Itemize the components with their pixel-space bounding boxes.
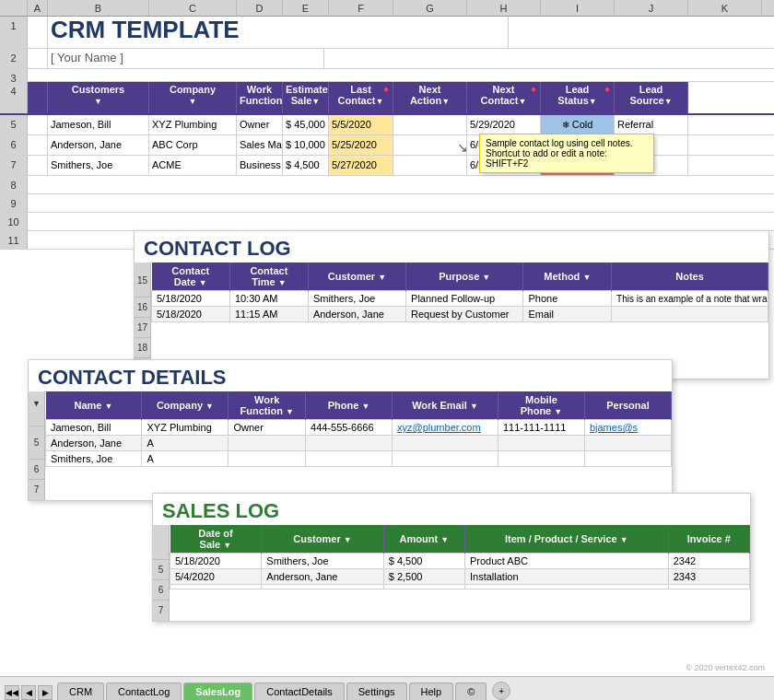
col-header-i: I [541,0,615,16]
cl-method-2: Email [523,307,612,322]
sl-row-1: 5/18/2020 Smithers, Joe $ 4,500 Product … [170,554,750,569]
crm-hdr-last-contact[interactable]: LastContact▼ ● [329,82,393,113]
cd-hdr-mobile: MobilePhone ▼ [498,391,584,420]
cell-customer-2: Anderson, Jane [48,135,149,155]
sales-log-table: Date ofSale ▼ Customer ▼ Amount ▼ Item /… [170,525,750,589]
tab-contactdetails[interactable]: ContactDetails [254,682,345,700]
cd-hdr-function: WorkFunction ▼ [229,391,306,420]
sl-item-1: Product ABC [464,554,668,569]
cell-last-contact-1: 5/5/2020 [329,115,393,134]
row-num-11: 11 [0,231,28,249]
crm-subtitle: [ Your Name ] [51,51,123,64]
crm-hdr-company[interactable]: Company▼ [149,82,237,113]
scroll-next[interactable]: ▶ [38,685,53,700]
cell-a5 [28,115,48,134]
tab-help[interactable]: Help [409,682,454,700]
cd-phone-1: 444-555-6666 [306,420,393,436]
cd-phone-3 [306,451,393,467]
cd-phone-2 [306,436,393,451]
cl-row-1: 5/18/2020 10:30 AM Smithers, Joe Planned… [152,291,768,307]
cd-row-1: Jameson, Bill XYZ Plumbing Owner 444-555… [46,420,672,436]
cl-hdr-date: ContactDate ▼ [152,262,230,291]
crm-hdr-lead-status[interactable]: LeadStatus▼ ● [541,82,615,113]
cl-hdr-notes: Notes [612,262,768,291]
crm-hdr-next-action[interactable]: NextAction▼ [393,82,467,113]
sl-row-3 [170,585,750,589]
cl-customer-2: Anderson, Jane [308,307,405,322]
sl-hdr-date: Date ofSale ▼ [170,525,262,554]
cd-personal-2 [584,436,671,451]
cl-time-2: 11:15 AM [229,307,308,322]
note-box: Sample contact log using cell notes. Sho… [479,134,654,173]
crm-hdr-sale[interactable]: EstimatedSale▼ [283,82,329,113]
cell-sale-2: $ 10,000 [283,135,329,155]
cell-customer-1: Jameson, Bill [48,115,149,134]
col-header-h: H [467,0,541,16]
cl-method-1: Phone [523,291,612,307]
cd-email-1[interactable]: xyz@plumber.com [393,420,498,436]
cd-personal-3 [584,451,671,467]
sl-customer-2: Anderson, Jane [262,569,383,585]
scroll-prev[interactable]: ◀ [21,685,36,700]
cd-mobile-1: 111-111-1111 [498,420,584,436]
cl-purpose-2: Request by Customer [406,307,523,322]
row-num-5: 5 [0,115,28,134]
row-num-2: 2 [0,49,28,68]
tab-bar: ◀◀ ◀ ▶ CRM ContactLog SalesLog ContactDe… [0,676,774,700]
cell-function-2: Sales Manager [237,135,283,155]
cl-notes-2 [612,307,768,322]
scroll-first[interactable]: ◀◀ [5,685,19,700]
contact-log-table: ContactDate ▼ ContactTime ▼ Customer ▼ P… [151,262,768,322]
sl-hdr-item: Item / Product / Service ▼ [464,525,668,554]
crm-hdr-lead-source[interactable]: LeadSource▼ [615,82,688,113]
cl-hdr-customer: Customer ▼ [308,262,405,291]
cd-hdr-email: Work Email ▼ [393,391,498,420]
cd-email-2 [393,436,498,451]
col-header-k: K [688,0,762,16]
row-num-9: 9 [0,194,28,212]
cell-a1 [28,17,48,48]
col-header-c: C [149,0,237,16]
crm-hdr-work[interactable]: WorkFunction▼ [237,82,283,113]
row-num-3: 3 [0,69,28,81]
sl-date-1: 5/18/2020 [170,554,262,569]
sl-customer-1: Smithers, Joe [262,554,383,569]
cell-function-3: Business Dev. [237,156,283,175]
contact-log-title: CONTACT LOG [135,231,768,262]
cell-a7 [28,156,48,175]
sl-row-2: 5/4/2020 Anderson, Jane $ 2,500 Installa… [170,569,750,585]
cd-mobile-3 [498,451,584,467]
cd-name-3: Smithers, Joe [46,451,142,467]
cell-customer-3: Smithers, Joe [48,156,149,175]
cl-date-1: 5/18/2020 [152,291,230,307]
sl-hdr-invoice: Invoice # [668,525,749,554]
tab-crm[interactable]: CRM [57,682,104,700]
cell-a2 [28,49,48,68]
col-a-empty [28,82,48,113]
col-header-a: A [28,0,48,16]
tab-saleslog[interactable]: SalesLog [183,682,252,700]
tab-contactlog[interactable]: ContactLog [106,682,182,700]
cd-name-2: Anderson, Jane [46,436,142,451]
cd-personal-1[interactable]: bjames@s [584,420,671,436]
crm-hdr-customers[interactable]: Customers▼ [48,82,149,113]
col-header-b: B [48,0,149,16]
col-header-e: E [283,0,329,16]
row-num-6: 6 [0,135,28,155]
cell-next-action-1 [393,115,467,134]
cell-sale-1: $ 45,000 [283,115,329,134]
col-header-f: F [329,0,393,16]
cd-company-2: A [142,436,229,451]
cell-next-contact-1: 5/29/2020 [467,115,541,134]
add-sheet-button[interactable]: + [492,682,510,700]
sl-invoice-1: 2342 [668,554,749,569]
cd-name-1: Jameson, Bill [46,420,142,436]
tab-settings[interactable]: Settings [346,682,407,700]
cl-purpose-1: Planned Follow-up [406,291,523,307]
crm-hdr-next-contact[interactable]: NextContact▼ ● [467,82,541,113]
cell-last-contact-3: 5/27/2020 [329,156,393,175]
row-num-10: 10 [0,213,28,230]
sales-log-section: SALES LOG 5 6 7 Date ofSale ▼ Customer ▼… [152,493,751,622]
cl-row-2: 5/18/2020 11:15 AM Anderson, Jane Reques… [152,307,768,322]
tab-copyright[interactable]: © [455,682,487,700]
